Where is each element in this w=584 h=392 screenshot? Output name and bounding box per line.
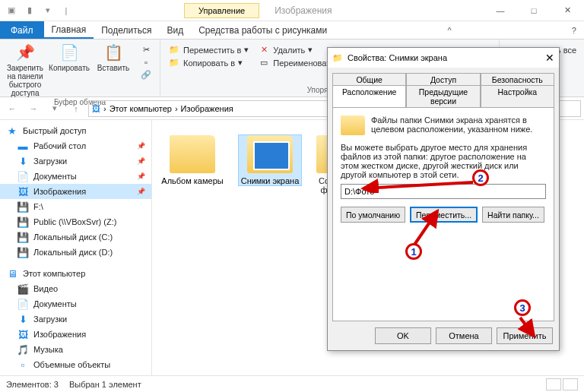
chevron-right-icon[interactable]: › (175, 104, 178, 113)
chevron-right-icon[interactable]: › (103, 104, 106, 113)
recent-dropdown[interactable]: ▾ (46, 100, 64, 118)
status-bar: Элементов: 3 Выбран 1 элемент (0, 375, 584, 392)
rename-label: Переименовать (273, 58, 335, 68)
svg-line-0 (414, 211, 437, 245)
tab-general[interactable]: Общие (332, 73, 406, 86)
sidebar-label: Загрузки (33, 315, 67, 324)
tab-sharing[interactable]: Доступ (406, 73, 480, 86)
paste-label: Вставить (93, 64, 134, 72)
paste-button[interactable]: 📋Вставить (93, 41, 134, 72)
contextual-tab[interactable]: Управление (184, 3, 259, 18)
sidebar-item-videos[interactable]: 🎬Видео (0, 281, 151, 296)
tab-location[interactable]: Расположение (332, 85, 406, 107)
qat-item[interactable]: ▮ (21, 2, 38, 19)
move-to-button[interactable]: 📁Переместить в ▾ (165, 44, 252, 55)
tab-home[interactable]: Главная (44, 21, 94, 39)
breadcrumb-item[interactable]: Этот компьютер (110, 104, 172, 113)
sidebar-item-drive-d[interactable]: 💾Локальный диск (D:) (0, 245, 151, 260)
tab-share[interactable]: Поделиться (94, 21, 159, 39)
tab-file[interactable]: Файл (0, 21, 44, 39)
restore-default-button[interactable]: По умолчанию (341, 207, 405, 223)
copy-to-button[interactable]: 📁Копировать в ▾ (165, 57, 252, 68)
sidebar-label: Видео (33, 284, 58, 293)
sidebar-item-documents[interactable]: 📄Документы (0, 296, 151, 311)
delete-label: Удалить (273, 46, 305, 55)
arrow-2 (357, 178, 479, 193)
pin-button[interactable]: 📌Закрепить на панели быстрого доступа (5, 41, 46, 97)
details-view-button[interactable] (546, 378, 561, 390)
window-controls: — □ ✕ (484, 0, 584, 21)
sidebar-item-network-drive[interactable]: 💾Public (\\VBoxSvr) (Z:) (0, 214, 151, 229)
sidebar-item-pictures[interactable]: 🖼Изображения (0, 327, 151, 342)
sidebar-item-downloads[interactable]: ⬇Загрузки📌 (0, 153, 151, 169)
folder-item[interactable]: Снимки экрана (239, 135, 301, 185)
svg-line-1 (363, 182, 473, 188)
copy-path-button[interactable]: ▫ (137, 57, 155, 68)
sidebar-item-drive-c[interactable]: 💾Локальный диск (C:) (0, 229, 151, 245)
sidebar-label: Объемные объекты (33, 360, 110, 369)
sidebar-label: Локальный диск (D:) (33, 248, 113, 257)
folder-item[interactable]: Альбом камеры (161, 135, 224, 185)
folder-label: Альбом камеры (161, 176, 224, 185)
sidebar-label: Быстрый доступ (23, 126, 87, 135)
sidebar-item-pictures[interactable]: 🖼Изображения📌 (0, 184, 151, 199)
sidebar-label: Этот компьютер (23, 269, 85, 278)
group-clipboard: 📌Закрепить на панели быстрого доступа 📄К… (0, 40, 160, 96)
ok-button[interactable]: OK (375, 327, 431, 344)
sidebar-item-3d[interactable]: ▫Объемные объекты (0, 357, 151, 372)
maximize-button[interactable]: □ (517, 0, 551, 21)
copy-to-label: Копировать в (183, 58, 235, 68)
paste-shortcut-button[interactable]: 🔗 (137, 69, 155, 81)
sidebar-item-documents[interactable]: 📄Документы📌 (0, 169, 151, 184)
sidebar-label: Рабочий стол (33, 141, 86, 150)
minimize-button[interactable]: — (484, 0, 517, 21)
arrow-3 (511, 313, 541, 343)
copy-button[interactable]: 📄Копировать (49, 41, 90, 72)
annotation-2: 2 (472, 169, 489, 186)
sidebar-label: Public (\\VBoxSvr) (Z:) (33, 217, 116, 226)
annotation-1: 1 (405, 243, 422, 260)
breadcrumb-item[interactable]: Изображения (181, 104, 233, 113)
close-button[interactable]: ✕ (551, 0, 584, 21)
tab-previous-versions[interactable]: Предыдущие версии (406, 85, 480, 107)
divider: | (58, 2, 75, 19)
close-button[interactable]: ✕ (545, 52, 554, 64)
tab-security[interactable]: Безопасность (481, 73, 554, 86)
sidebar-label: Изображения (33, 187, 86, 196)
tab-view[interactable]: Вид (159, 21, 191, 39)
sidebar-item-downloads[interactable]: ⬇Загрузки (0, 311, 151, 327)
pin-icon: 📌 (137, 157, 145, 165)
up-button[interactable]: ↑ (67, 100, 85, 118)
location-info-2: Вы можете выбрать другое место для хране… (341, 143, 546, 179)
sidebar-item-drive-f[interactable]: 💾F:\ (0, 199, 151, 214)
help-icon[interactable]: ? (564, 21, 584, 39)
forward-button[interactable]: → (24, 100, 43, 118)
tab-picture-tools[interactable]: Средства работы с рисунками (191, 21, 335, 39)
sidebar-item-music[interactable]: 🎵Музыка (0, 342, 151, 357)
collapse-ribbon-icon[interactable]: ^ (440, 21, 459, 39)
back-button[interactable]: ← (3, 100, 21, 118)
ribbon-tabs: Файл Главная Поделиться Вид Средства раб… (0, 21, 584, 40)
pin-icon: 📌 (137, 172, 145, 180)
rename-button[interactable]: ▭Переименовать (255, 57, 338, 68)
cancel-button[interactable]: Отмена (436, 327, 492, 344)
qat-dropdown-icon[interactable]: ▾ (40, 2, 56, 19)
sidebar-label: Документы (33, 299, 77, 308)
cut-button[interactable]: ✂ (137, 44, 155, 55)
sidebar-item-desktop[interactable]: ▬Рабочий стол📌 (0, 138, 151, 153)
folder-label: Снимки экрана (239, 176, 301, 185)
icons-view-button[interactable] (563, 378, 578, 390)
sidebar-quick-access[interactable]: ★Быстрый доступ (0, 123, 151, 138)
titlebar: ▣ ▮ ▾ | Управление Изображения — □ ✕ (0, 0, 584, 21)
location-info-1: Файлы папки Снимки экрана хранятся в цел… (371, 115, 546, 135)
delete-button[interactable]: ✕Удалить ▾ (255, 44, 338, 55)
find-target-button[interactable]: Найти папку... (482, 207, 544, 223)
folder-icon[interactable]: ▣ (3, 2, 20, 19)
sidebar: ★Быстрый доступ ▬Рабочий стол📌 ⬇Загрузки… (0, 120, 152, 375)
dialog-titlebar[interactable]: 📁 Свойства: Снимки экрана ✕ (328, 48, 559, 68)
sidebar-label: Музыка (33, 345, 63, 354)
annotation-3: 3 (514, 299, 531, 316)
folder-icon (341, 115, 365, 135)
tab-customize[interactable]: Настройка (481, 85, 554, 107)
sidebar-this-pc[interactable]: 🖥Этот компьютер (0, 266, 151, 281)
